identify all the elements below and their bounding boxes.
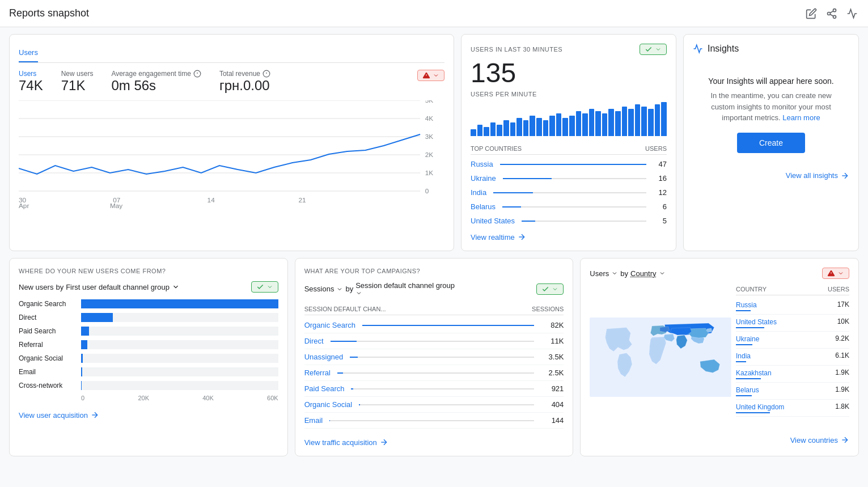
campaigns-card: WHAT ARE YOUR TOP CAMPAIGNS? Sessions by… bbox=[295, 258, 574, 456]
campaigns-question: WHAT ARE YOUR TOP CAMPAIGNS? bbox=[304, 268, 564, 274]
country-bar-container bbox=[522, 221, 646, 222]
svg-text:4K: 4K bbox=[425, 115, 434, 122]
view-realtime-link[interactable]: View realtime bbox=[471, 232, 667, 242]
view-countries-link[interactable]: View countries bbox=[590, 435, 849, 444]
geo-card: Users by Country bbox=[580, 258, 859, 456]
geo-country-name[interactable]: United Kingdom bbox=[736, 403, 784, 411]
country-table-right: COUNTRY USERS Russia 17K United States 1… bbox=[736, 283, 849, 431]
mini-bar-item bbox=[628, 109, 634, 136]
session-channel[interactable]: Email bbox=[304, 416, 323, 425]
edit-icon[interactable] bbox=[805, 7, 818, 20]
hbar-fill bbox=[81, 381, 82, 390]
country-name[interactable]: Russia bbox=[471, 160, 493, 168]
session-channel[interactable]: Organic Search bbox=[304, 321, 355, 329]
mini-bar-item bbox=[635, 104, 641, 136]
learn-more-link[interactable]: Learn more bbox=[782, 113, 820, 122]
session-channel[interactable]: Organic Social bbox=[304, 400, 353, 409]
mini-bar-item bbox=[608, 109, 614, 136]
create-button[interactable]: Create bbox=[737, 133, 805, 153]
insights-body: Your Insights will appear here soon. In … bbox=[693, 63, 849, 167]
country-name[interactable]: India bbox=[471, 188, 486, 197]
country-value: 16 bbox=[653, 174, 667, 183]
share-icon[interactable] bbox=[825, 7, 839, 20]
hbar-row: Organic Social bbox=[19, 354, 278, 363]
realtime-countries: Russia 47 Ukraine 16 India 12 Belarus 6 … bbox=[471, 157, 667, 228]
realtime-check-badge[interactable] bbox=[640, 44, 667, 55]
geo-alert-badge[interactable] bbox=[822, 268, 849, 279]
country-bar bbox=[493, 192, 533, 193]
world-map-svg bbox=[590, 283, 731, 431]
country-value: 47 bbox=[653, 160, 667, 168]
svg-line-4 bbox=[830, 11, 833, 12]
geo-country-name[interactable]: Kazakhstan bbox=[736, 369, 772, 377]
geo-country-underline bbox=[736, 395, 752, 396]
hbar-track bbox=[81, 340, 278, 349]
session-row: Organic Social 404 bbox=[304, 397, 564, 413]
session-channel[interactable]: Referral bbox=[304, 369, 331, 377]
insights-icon bbox=[693, 44, 703, 54]
geo-country-underline bbox=[736, 344, 752, 345]
mini-bar-item bbox=[516, 118, 522, 136]
session-bar-container bbox=[359, 404, 534, 405]
metrics-tabs: Users bbox=[19, 44, 444, 63]
geo-country-name[interactable]: Russia bbox=[736, 301, 757, 309]
country-name[interactable]: Ukraine bbox=[471, 174, 496, 183]
chevron-down-icon-camp1 bbox=[336, 286, 343, 293]
geo-country-underline bbox=[736, 361, 746, 362]
country-table-header-right: COUNTRY USERS bbox=[736, 283, 849, 295]
hbar-fill bbox=[81, 299, 278, 308]
geo-country-name[interactable]: Belarus bbox=[736, 386, 759, 394]
view-acquisition-link[interactable]: View user acquisition bbox=[19, 410, 278, 420]
hbar-row: Organic Search bbox=[19, 299, 278, 308]
acq-check-badge[interactable] bbox=[251, 281, 278, 293]
session-rows: Organic Search 82K Direct 11K Unassigned… bbox=[304, 317, 564, 429]
session-bar bbox=[337, 372, 343, 374]
mini-bar-item bbox=[471, 129, 476, 136]
tab-users[interactable]: Users bbox=[19, 44, 38, 62]
chevron-down-icon-acq bbox=[172, 283, 180, 291]
session-channel[interactable]: Unassigned bbox=[304, 353, 344, 361]
session-value: 82K bbox=[541, 321, 564, 329]
svg-text:14: 14 bbox=[208, 197, 215, 204]
country-name[interactable]: United States bbox=[471, 217, 515, 225]
mini-bar-item bbox=[576, 111, 582, 136]
geo-users-col-header: USERS bbox=[828, 286, 849, 293]
map-selector[interactable]: Users by Country bbox=[590, 269, 665, 278]
view-all-insights-link[interactable]: View all insights bbox=[693, 171, 849, 180]
geo-country-name[interactable]: India bbox=[736, 352, 751, 360]
geo-country-name[interactable]: Ukraine bbox=[736, 335, 759, 343]
sessions-selector[interactable]: Sessions by Session default channel grou… bbox=[304, 281, 455, 297]
country-value: 12 bbox=[653, 188, 667, 197]
selector-dim: First user default channel group bbox=[66, 283, 170, 291]
session-channel[interactable]: Direct bbox=[304, 337, 324, 345]
campaigns-check-badge[interactable] bbox=[536, 283, 564, 295]
more-icon[interactable] bbox=[845, 7, 859, 20]
country-bar bbox=[500, 164, 646, 165]
top-row: Users Users 74K New users 71K Average en… bbox=[9, 34, 859, 251]
mini-bar-item bbox=[536, 118, 542, 136]
session-channel[interactable]: Paid Search bbox=[304, 384, 345, 393]
session-bar bbox=[350, 357, 358, 358]
geo-country-name[interactable]: United States bbox=[736, 318, 777, 326]
view-traffic-link[interactable]: View traffic acquisition bbox=[304, 438, 564, 447]
alert-badge[interactable] bbox=[417, 70, 444, 81]
mini-bar-item bbox=[477, 125, 483, 136]
mini-bar-item bbox=[661, 102, 667, 136]
hbar-fill bbox=[81, 313, 113, 322]
chevron-down-icon-rt bbox=[655, 46, 662, 53]
arrow-right-icon-geo bbox=[840, 435, 849, 444]
hbar-fill bbox=[81, 367, 82, 376]
check-icon-camp bbox=[541, 285, 549, 293]
session-bar bbox=[359, 404, 360, 405]
hbar-selector[interactable]: New users by First user default channel … bbox=[19, 283, 180, 291]
country-bar-container bbox=[493, 192, 646, 193]
hbar-row: Referral bbox=[19, 340, 278, 349]
country-row: Ukraine 16 bbox=[471, 171, 667, 185]
country-name[interactable]: Belarus bbox=[471, 202, 496, 211]
chevron-down-icon-geo2 bbox=[659, 270, 666, 277]
mini-bar-item bbox=[569, 116, 575, 136]
realtime-label: USERS IN LAST 30 MINUTES bbox=[471, 46, 562, 53]
hbar-track bbox=[81, 299, 278, 308]
realtime-subtitle: USERS PER MINUTE bbox=[471, 91, 667, 98]
country-bar bbox=[503, 178, 552, 179]
